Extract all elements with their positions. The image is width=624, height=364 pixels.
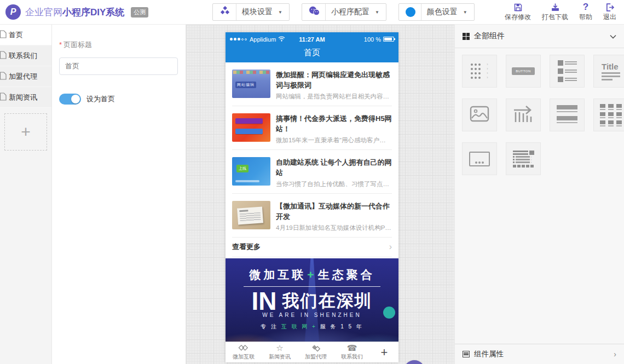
image-icon xyxy=(470,106,489,124)
title-component[interactable]: Title xyxy=(593,55,624,88)
save-icon xyxy=(513,2,523,12)
news-title: 自助建站系统 让每个人拥有自己的网站 xyxy=(276,157,392,178)
news-thumbnail xyxy=(232,201,270,229)
components-panel-header[interactable]: 全部组件 xyxy=(455,25,624,48)
components-grid: › › › › BUTTON Title xyxy=(455,48,624,175)
button-component[interactable]: BUTTON xyxy=(506,55,541,88)
promo-banner[interactable]: 微加互联+生态聚合 IN 我们在深圳 WE ARE IN SHENZHEN 专 … xyxy=(226,258,398,342)
miniprogram-config-dropdown[interactable]: 小程序配置 ▼ xyxy=(302,3,386,21)
divider xyxy=(236,4,236,20)
sidebar-item-label: 新闻资讯 xyxy=(9,93,37,102)
menu-list-component[interactable]: › › › › xyxy=(462,55,497,88)
sidebar-item-news[interactable]: 新闻资讯 xyxy=(0,87,51,108)
exit-icon xyxy=(605,2,615,12)
sidebar-item-contact[interactable]: 联系我们 xyxy=(0,45,51,66)
view-more-label: 查看更多 xyxy=(232,242,261,252)
module-settings-label: 模块设置 xyxy=(242,7,273,17)
components-grid-icon xyxy=(463,33,470,40)
news-desc: 网站编辑，是指负责网站栏目相关内容的... xyxy=(276,93,392,101)
color-circle-icon xyxy=(406,7,415,17)
caret-down-icon: ▼ xyxy=(463,10,467,15)
view-more-row[interactable]: 查看更多 › xyxy=(232,238,392,257)
download-icon xyxy=(551,2,560,12)
plus-icon: + xyxy=(381,345,388,360)
header-actions: 保存修改 打包下载 ? 帮助 退出 xyxy=(505,2,624,22)
news-thumbnail: 网站编辑 xyxy=(232,70,270,98)
set-home-toggle[interactable] xyxy=(59,94,81,105)
news-item[interactable]: 网站编辑 微加提醒：网页编辑应避免出现敏感词与极限词 网站编辑，是指负责网站栏目… xyxy=(232,62,392,106)
set-home-label: 设为首页 xyxy=(86,94,115,104)
page-settings-panel: *页面标题 设为首页 xyxy=(52,25,186,364)
image-text-list-icon xyxy=(558,60,577,82)
news-list: 网站编辑 微加提醒：网页编辑应避免出现敏感词与极限词 网站编辑，是指负责网站栏目… xyxy=(226,62,398,257)
help-label: 帮助 xyxy=(579,13,592,22)
marquee-component[interactable] xyxy=(506,99,541,131)
divider xyxy=(421,4,421,20)
double-diamond-icon xyxy=(238,344,249,353)
home-toggle-row: 设为首页 xyxy=(59,94,177,105)
phone-preview: Applidium 11:27 AM 100 % 首页 网站编辑 微加提醒：网页… xyxy=(226,32,398,362)
color-settings-label: 颜色设置 xyxy=(427,7,458,17)
cubes-icon xyxy=(219,5,230,19)
component-properties-label: 组件属性 xyxy=(474,349,504,359)
page-icon xyxy=(0,93,7,102)
tab-weijia[interactable]: 微加互联 xyxy=(226,342,262,362)
tab-label: 微加互联 xyxy=(233,353,255,361)
news-item[interactable]: 上线 自助建站系统 让每个人拥有自己的网站 当你习惯了自拍上传优酷、习惯了写点小… xyxy=(232,150,392,194)
module-settings-dropdown[interactable]: 模块设置 ▼ xyxy=(212,3,290,21)
button-icon: BUTTON xyxy=(512,67,535,75)
news-thumbnail: 上线 xyxy=(232,157,270,186)
required-mark: * xyxy=(59,41,62,49)
wifi-icon xyxy=(278,36,285,43)
image-text-list-component[interactable] xyxy=(550,55,585,88)
marquee-icon xyxy=(513,105,534,125)
banner-line2: IN 我们在深圳 xyxy=(226,289,398,313)
add-tab-button[interactable]: + xyxy=(370,342,398,362)
component-properties-bar[interactable]: 组件属性 › xyxy=(455,344,624,364)
divider xyxy=(325,4,326,20)
detail-list-component[interactable]: › › › xyxy=(506,142,541,175)
app-logo: P xyxy=(5,4,21,20)
chevron-down-icon xyxy=(610,31,616,41)
slideshow-component[interactable] xyxy=(462,142,497,175)
caret-down-icon: ▼ xyxy=(375,10,379,15)
carrier-label: Applidium xyxy=(250,36,276,43)
page-icon xyxy=(0,51,7,61)
icon-grid-component[interactable] xyxy=(593,99,624,131)
exit-button[interactable]: 退出 xyxy=(603,2,616,22)
thumbnail-label: 上线 xyxy=(236,165,249,172)
text-block-component[interactable] xyxy=(550,99,585,131)
app-title-light: 企业官网 xyxy=(25,7,62,18)
tab-agency[interactable]: 加盟代理 xyxy=(298,342,334,362)
banner-line4: 专 注 互 联 网 + 服 务 1 5 年 xyxy=(226,323,398,331)
color-settings-dropdown[interactable]: 颜色设置 ▼ xyxy=(398,3,475,21)
news-body: 搞事情！代金券大派送，免费得H5网站！ 微加15年来一直秉承着“用心感动客户！”… xyxy=(276,113,392,142)
app-title: 企业官网小程序DIY系统 xyxy=(25,6,124,19)
slideshow-icon xyxy=(469,152,490,166)
help-button[interactable]: ? 帮助 xyxy=(579,2,592,22)
miniprogram-config-label: 小程序配置 xyxy=(331,7,369,17)
save-button[interactable]: 保存修改 xyxy=(505,2,531,22)
tab-label: 联系我们 xyxy=(341,353,363,361)
brand: P 企业官网小程序DIY系统 公测 xyxy=(0,4,181,20)
wechat-icon xyxy=(309,6,320,18)
news-body: 【微加通讯】互动媒体的新一代合作开发 4月19日新加坡知名互动媒体设计机构Pin… xyxy=(276,201,392,230)
banner-in-text: IN xyxy=(252,289,277,313)
sidebar-item-agency[interactable]: 加盟代理 xyxy=(0,66,51,87)
tab-contact[interactable]: ☎ 联系我们 xyxy=(334,342,370,362)
download-button[interactable]: 打包下载 xyxy=(542,2,568,22)
sidebar-item-home[interactable]: 首页 xyxy=(0,25,51,45)
page-title-input[interactable] xyxy=(59,57,178,75)
app-header: P 企业官网小程序DIY系统 公测 模块设置 ▼ 小程序配置 ▼ 颜色设置 ▼ xyxy=(0,0,624,25)
news-body: 自助建站系统 让每个人拥有自己的网站 当你习惯了自拍上传优酷、习惯了写点小... xyxy=(276,157,392,186)
news-item[interactable]: 搞事情！代金券大派送，免费得H5网站！ 微加15年来一直秉承着“用心感动客户！”… xyxy=(232,106,392,150)
add-page-button[interactable]: + xyxy=(4,113,47,151)
news-desc: 4月19日新加坡知名互动媒体设计机构Pinh... xyxy=(276,224,392,232)
tab-news[interactable]: ☆ 新闻资讯 xyxy=(262,342,298,362)
text-block-icon xyxy=(557,105,577,125)
news-item[interactable]: 【微加通讯】互动媒体的新一代合作开发 4月19日新加坡知名互动媒体设计机构Pin… xyxy=(232,194,392,238)
image-component[interactable] xyxy=(462,99,497,131)
sidebar-item-label: 联系我们 xyxy=(9,51,37,61)
preview-button[interactable] xyxy=(404,360,425,364)
page-icon xyxy=(0,30,7,40)
